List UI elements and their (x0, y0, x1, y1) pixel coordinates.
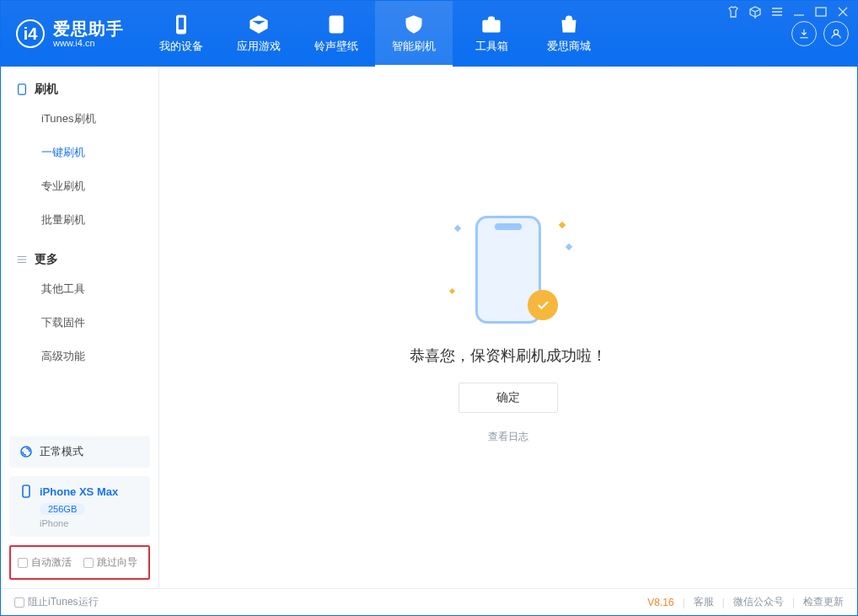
download-button[interactable] (791, 21, 817, 46)
footer-link-update[interactable]: 检查更新 (803, 595, 844, 609)
sidebar-item-advanced[interactable]: 高级功能 (1, 340, 158, 373)
main-area: 恭喜您，保资料刷机成功啦！ 确定 查看日志 (159, 67, 857, 588)
footer-link-support[interactable]: 客服 (694, 595, 714, 609)
device-type: iPhone (40, 518, 140, 528)
sidebar-group-flash: 刷机 (1, 67, 158, 102)
app-url: www.i4.cn (53, 38, 124, 48)
top-nav: 我的设备 应用游戏 铃声壁纸 智能刷机 工具箱 爱思商城 (142, 1, 608, 67)
check-circle-icon (528, 290, 558, 320)
menu-icon[interactable] (770, 5, 784, 19)
mode-card[interactable]: 正常模式 (9, 436, 150, 468)
nav-my-device[interactable]: 我的设备 (142, 1, 220, 67)
app-name: 爱思助手 (53, 19, 124, 38)
checkbox-auto-activate[interactable]: 自动激活 (18, 555, 72, 570)
nav-store[interactable]: 爱思商城 (530, 1, 608, 67)
sidebar-item-pro-flash[interactable]: 专业刷机 (1, 169, 158, 203)
sidebar-item-oneclick-flash[interactable]: 一键刷机 (1, 136, 158, 169)
device-name: iPhone XS Max (40, 485, 118, 498)
bag-icon (558, 13, 580, 35)
nav-smart-flash[interactable]: 智能刷机 (375, 1, 453, 67)
nav-apps-games[interactable]: 应用游戏 (220, 1, 298, 67)
window-controls (727, 5, 850, 19)
footer-link-wechat[interactable]: 微信公众号 (733, 595, 784, 609)
checkbox-skip-guide[interactable]: 跳过向导 (83, 555, 137, 570)
success-message: 恭喜您，保资料刷机成功啦！ (410, 345, 607, 366)
checkbox-block-itunes[interactable]: 阻止iTunes运行 (14, 595, 99, 609)
sidebar-group-more: 更多 (1, 237, 158, 272)
user-button[interactable] (823, 21, 849, 46)
shield-sync-icon (403, 13, 425, 35)
nav-toolbox[interactable]: 工具箱 (453, 1, 530, 67)
footer: 阻止iTunes运行 V8.16 | 客服 | 微信公众号 | 检查更新 (1, 588, 857, 615)
svg-point-5 (834, 29, 838, 34)
header: i4 爱思助手 www.i4.cn 我的设备 应用游戏 铃声壁纸 智能刷机 (1, 1, 857, 67)
device-card[interactable]: iPhone XS Max 256GB iPhone (9, 476, 150, 537)
phone-icon (170, 13, 192, 35)
sidebar-item-itunes-flash[interactable]: iTunes刷机 (1, 102, 158, 136)
cube-icon[interactable] (748, 5, 762, 19)
device-storage-badge: 256GB (40, 503, 85, 515)
close-icon[interactable] (836, 5, 850, 19)
sidebar-item-other-tools[interactable]: 其他工具 (1, 272, 158, 306)
box-icon (248, 13, 270, 35)
svg-rect-6 (19, 84, 26, 94)
svg-rect-4 (483, 21, 500, 32)
svg-rect-2 (178, 17, 185, 29)
version-label: V8.16 (647, 597, 673, 608)
svg-rect-0 (816, 8, 826, 16)
sidebar-item-download-fw[interactable]: 下载固件 (1, 306, 158, 340)
highlight-options-box: 自动激活 跳过向导 (9, 545, 150, 580)
minimize-icon[interactable] (792, 5, 806, 19)
phone-small-icon (19, 485, 33, 498)
list-icon (16, 254, 28, 265)
maximize-icon[interactable] (814, 5, 828, 19)
ok-button[interactable]: 确定 (458, 383, 558, 413)
sidebar-item-batch-flash[interactable]: 批量刷机 (1, 203, 158, 237)
logo-badge-icon: i4 (16, 19, 45, 48)
success-illustration (453, 211, 563, 329)
toolbox-icon (480, 13, 502, 35)
sidebar: 刷机 iTunes刷机 一键刷机 专业刷机 批量刷机 更多 其他工具 下载固件 … (1, 67, 159, 588)
mode-label: 正常模式 (40, 444, 83, 459)
shirt-icon[interactable] (727, 5, 740, 19)
music-file-icon (325, 13, 347, 35)
device-icon (16, 83, 28, 95)
svg-rect-8 (23, 485, 29, 497)
sync-icon (19, 445, 33, 458)
view-log-link[interactable]: 查看日志 (488, 430, 528, 444)
logo: i4 爱思助手 www.i4.cn (1, 1, 142, 67)
nav-ringtone-wallpaper[interactable]: 铃声壁纸 (298, 1, 375, 67)
